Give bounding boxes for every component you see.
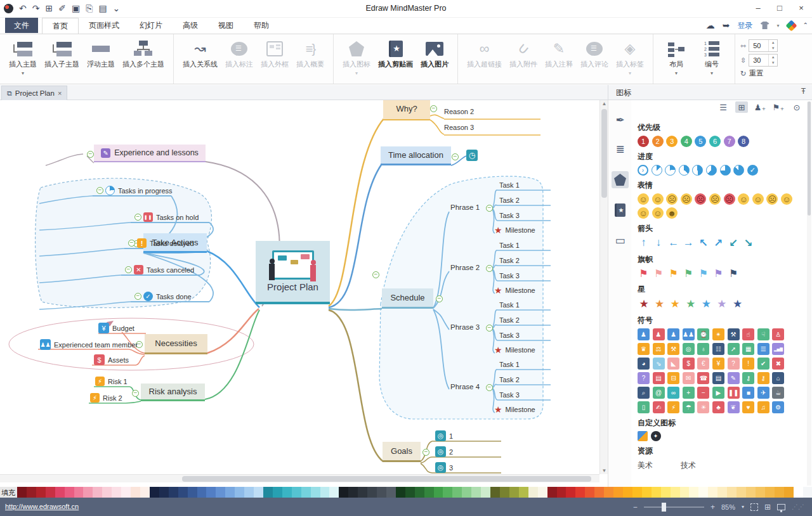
symbol-icon-58[interactable]: ♫	[757, 401, 769, 413]
symbol-icon-6[interactable]: ⚒	[728, 328, 740, 340]
progress-icon-start[interactable]: ›	[638, 165, 648, 176]
emotion-icon-9[interactable]: ☹	[766, 193, 778, 205]
symbol-icon-16[interactable]: ➚	[728, 343, 740, 355]
palette-swatch-59[interactable]	[575, 487, 585, 498]
emotion-icon-7[interactable]: ☺	[738, 193, 749, 205]
star-icon-6[interactable]: ★	[731, 297, 744, 311]
task-item-0-2[interactable]: Task 3	[499, 212, 520, 219]
arrow-icon-↑[interactable]: ↑	[638, 236, 650, 250]
task-item-2-1[interactable]: Task 2	[499, 316, 520, 324]
palette-swatch-69[interactable]	[671, 487, 680, 498]
palette-swatch-34[interactable]	[339, 487, 348, 498]
priority-icon-8[interactable]: 8	[738, 136, 749, 147]
collapse-icon-8[interactable]: −	[422, 449, 429, 456]
custom-icon-0[interactable]	[638, 431, 648, 441]
progress-icon-75[interactable]	[720, 165, 731, 176]
spacing-input-1[interactable]: 30▲▼	[749, 54, 778, 67]
action-task-item-0[interactable]: Tasks in progress	[105, 186, 173, 195]
task-drawer-icon[interactable]: ▭	[612, 232, 629, 249]
dropdown-arrow-icon[interactable]: ▾	[355, 70, 358, 76]
palette-swatch-11[interactable]	[121, 487, 131, 498]
symbol-icon-4[interactable]: ⌚	[697, 328, 709, 340]
palette-swatch-2[interactable]	[36, 487, 46, 498]
arrow-icon-↘[interactable]: ↘	[742, 236, 754, 250]
zoom-out-icon[interactable]: −	[633, 503, 638, 512]
time-clock-item[interactable]: ◷	[466, 150, 478, 161]
palette-swatch-22[interactable]	[225, 487, 235, 498]
collapse-icon-phrase-3[interactable]: −	[486, 384, 493, 391]
palette-swatch-66[interactable]	[642, 487, 652, 498]
palette-swatch-62[interactable]	[604, 487, 613, 498]
ribbon-button-布局[interactable]: 布局▾	[658, 38, 694, 76]
symbol-icon-37[interactable]: ⚷	[742, 372, 754, 384]
palette-swatch-17[interactable]	[178, 487, 188, 498]
arrow-icon-↗[interactable]: ↗	[712, 236, 724, 250]
symbol-icon-22[interactable]: ◣	[667, 358, 679, 370]
phrase-label-2[interactable]: Phrase 3	[450, 323, 480, 331]
pan-icon[interactable]: ⊞	[764, 503, 771, 512]
symbol-icon-41[interactable]: @	[653, 387, 665, 399]
emotion-icon-5[interactable]: ☹	[709, 193, 721, 205]
star-icon-0[interactable]: ★	[638, 297, 650, 311]
symbol-icon-33[interactable]: ✉	[683, 372, 695, 384]
palette-swatch-19[interactable]	[197, 487, 207, 498]
palette-swatch-58[interactable]	[566, 487, 575, 498]
tab-帮助[interactable]: 帮助	[244, 18, 279, 34]
presentation-icon[interactable]	[777, 504, 785, 510]
symbol-icon-11[interactable]: ⚖	[653, 343, 665, 355]
palette-swatch-7[interactable]	[83, 487, 93, 498]
symbol-icon-46[interactable]: ❚❚	[728, 387, 740, 399]
progress-icon-87.5[interactable]	[733, 165, 744, 176]
zoom-slider-thumb[interactable]	[662, 503, 666, 512]
progress-icon-62.5[interactable]	[706, 165, 717, 176]
symbol-icon-26[interactable]: ?	[728, 358, 740, 370]
collapse-icon-0[interactable]: −	[87, 151, 94, 158]
symbol-icon-25[interactable]: ¥	[712, 358, 724, 370]
action-task-item-3[interactable]: ✕Tasks canceled	[134, 265, 194, 274]
symbol-icon-47[interactable]: ■	[742, 387, 754, 399]
progress-icon-done[interactable]: ✓	[747, 165, 758, 176]
tab-close-icon[interactable]: ×	[58, 89, 62, 97]
custom-icon-1[interactable]: ✦	[651, 431, 661, 441]
risk-item-1[interactable]: ⚡Risk 2	[90, 393, 122, 403]
palette-swatch-55[interactable]	[538, 487, 547, 498]
palette-swatch-9[interactable]	[102, 487, 112, 498]
symbol-icon-10[interactable]: ♛	[638, 343, 650, 355]
symbol-icon-54[interactable]: ☀	[697, 401, 709, 413]
palette-swatch-4[interactable]	[55, 487, 65, 498]
palette-swatch-21[interactable]	[216, 487, 225, 498]
ribbon-button-插入子主题[interactable]: 插入子主题	[41, 38, 83, 69]
spacing-input-0[interactable]: 50▲▼	[749, 39, 778, 52]
tab-首页[interactable]: 首页	[42, 18, 79, 34]
palette-swatch-73[interactable]	[708, 487, 717, 498]
priority-icon-4[interactable]: 4	[681, 136, 692, 147]
symbol-icon-50[interactable]: ▯	[638, 401, 650, 413]
progress-icon-37.5[interactable]	[679, 165, 690, 176]
eye-icon[interactable]: ⊙	[790, 101, 803, 113]
flag-icon-5[interactable]: ⚑	[712, 268, 724, 280]
symbol-icon-18[interactable]: ☰	[757, 343, 769, 355]
symbol-icon-20[interactable]: ◕	[638, 358, 650, 370]
resize-grip[interactable]: ⋰⋰	[792, 503, 804, 510]
collapse-icon-task-0[interactable]: −	[96, 187, 103, 194]
minimize-button[interactable]: –	[747, 0, 769, 17]
palette-swatch-37[interactable]	[367, 487, 377, 498]
symbol-icon-5[interactable]: ✴	[712, 328, 724, 340]
symbol-icon-35[interactable]: ▤	[712, 372, 724, 384]
palette-swatch-51[interactable]	[500, 487, 509, 498]
palette-swatch-44[interactable]	[434, 487, 443, 498]
collapse-icon-task-3[interactable]: −	[125, 266, 132, 273]
palette-swatch-49[interactable]	[481, 487, 490, 498]
close-button[interactable]: ×	[790, 0, 812, 17]
symbol-icon-36[interactable]: ✎	[728, 372, 740, 384]
emotion-icon-3[interactable]: ☹	[681, 193, 692, 205]
palette-swatch-52[interactable]	[509, 487, 519, 498]
palette-swatch-35[interactable]	[348, 487, 358, 498]
palette-swatch-60[interactable]	[585, 487, 594, 498]
task-item-0-1[interactable]: Task 2	[499, 197, 520, 204]
emotion-icon-10[interactable]: ☺	[781, 193, 792, 205]
palette-swatch-80[interactable]	[775, 487, 784, 498]
topic-why[interactable]: Why?	[383, 100, 430, 120]
symbol-icon-3[interactable]: ♟♟	[683, 328, 695, 340]
palette-swatch-24[interactable]	[244, 487, 254, 498]
